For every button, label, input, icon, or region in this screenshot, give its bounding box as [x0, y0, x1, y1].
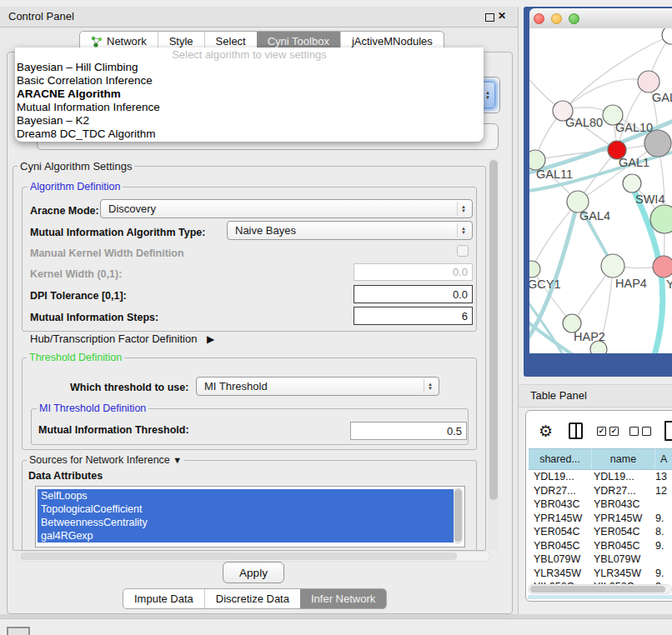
node-hap4[interactable]	[601, 254, 624, 278]
app-root: Control Panel ✕ Network Style Select Cyn…	[0, 0, 672, 635]
node-biggreen[interactable]	[650, 205, 672, 233]
aracne-mode-combobox[interactable]: Discovery ▲▼	[100, 199, 473, 218]
zoom-traffic-light-icon[interactable]	[569, 13, 579, 24]
network-nodes	[529, 28, 672, 353]
manual-kernel-width-label: Manual Kernel Width Definition	[30, 248, 184, 259]
dropdown-item[interactable]: Mutual Information Inference	[17, 101, 467, 114]
tab-impute-data[interactable]: Impute Data	[123, 589, 204, 608]
list-scrollbar-thumb[interactable]	[454, 489, 462, 542]
cyni-bottom-tabbar: Impute Data Discretize Data Infer Networ…	[123, 588, 387, 609]
select-all-icon[interactable]: ✓	[597, 427, 606, 436]
table-panel-title: Table Panel	[530, 389, 587, 402]
apply-button[interactable]: Apply	[223, 562, 284, 583]
column-header-shared[interactable]: shared...	[529, 448, 592, 470]
dropdown-item[interactable]: Bayesian – Hill Climbing	[17, 61, 467, 74]
dropdown-item[interactable]: Bayesian – K2	[17, 114, 467, 128]
network-canvas[interactable]: GAL GAL80 GAL10 GAL1 GAL11 GAL4 SWI4 GCY…	[529, 28, 672, 353]
node-label: GAL10	[615, 121, 653, 134]
hub-definition-expander[interactable]: Hub/Transcription Factor Definition ▶	[30, 332, 214, 345]
expander-right-arrow-icon: ▶	[207, 333, 214, 345]
node-label: GAL	[652, 91, 672, 104]
mi-threshold-group-title: MI Threshold Definition	[37, 402, 148, 414]
manual-kernel-width-checkbox	[457, 245, 469, 257]
deselect-all-icon[interactable]	[642, 427, 651, 436]
table-bottom-strip	[528, 595, 672, 599]
float-window-icon[interactable]	[485, 13, 494, 22]
minimize-traffic-light-icon[interactable]	[551, 13, 562, 24]
node-gcy1[interactable]	[529, 261, 540, 278]
mi-threshold-label: Mutual Information Threshold:	[38, 424, 189, 436]
node-label: GAL11	[536, 168, 573, 181]
list-item[interactable]: SelfLoops	[38, 489, 454, 502]
node-label: GAL1	[619, 156, 649, 169]
node-unlabeled[interactable]	[662, 28, 672, 44]
column-header-name[interactable]: name	[592, 448, 655, 470]
deselect-all-icon[interactable]	[629, 427, 639, 436]
network-graph: GAL GAL80 GAL10 GAL1 GAL11 GAL4 SWI4 GCY…	[529, 28, 672, 353]
cyni-algorithm-settings-title: Cyni Algorithm Settings	[18, 160, 134, 172]
data-attributes-label: Data Attributes	[28, 470, 103, 482]
settings-scrollbar-thumb[interactable]	[489, 160, 498, 500]
node-label: Y	[666, 278, 672, 291]
dropdown-prompt: Select algorithm to view settings	[15, 48, 484, 61]
dpi-tolerance-field[interactable]: 0.0	[354, 285, 473, 303]
kernel-width-field: 0.0	[354, 263, 473, 281]
node-label: HAP2	[574, 330, 605, 343]
column-header-partial[interactable]: A	[655, 448, 672, 470]
threshold-definition-title: Threshold Definition	[27, 352, 124, 363]
close-icon[interactable]: ✕	[498, 10, 506, 22]
which-threshold-combobox[interactable]: MI Threshold ▲▼	[196, 377, 439, 396]
table-row[interactable]: YPR145W YPR145W 9.	[529, 512, 672, 526]
table-hscrollbar-thumb[interactable]	[530, 586, 665, 592]
sources-group-title[interactable]: Sources for Network Inference ▼	[27, 454, 184, 466]
list-item[interactable]: BetweennessCentrality	[38, 516, 454, 529]
table-row[interactable]: YDR27... YDR27... 12	[529, 484, 672, 498]
page-icon[interactable]	[664, 421, 672, 441]
table-row[interactable]: YBL079W YBL079W	[529, 552, 672, 567]
control-panel-title: Control Panel	[8, 10, 74, 22]
table-row[interactable]: YER054C YER054C 8.	[529, 525, 672, 539]
kernel-width-label: Kernel Width (0,1):	[30, 268, 122, 280]
combo-arrows-icon: ▲▼	[424, 379, 436, 393]
list-item[interactable]: TopologicalCoefficient	[38, 502, 454, 516]
tab-infer-network[interactable]: Infer Network	[300, 589, 386, 608]
corner-widget-partial[interactable]	[7, 627, 30, 635]
mi-steps-field[interactable]: 6	[354, 307, 473, 325]
node-label: GAL80	[565, 116, 603, 129]
aracne-mode-label: Aracne Mode:	[30, 205, 99, 217]
algorithm-definition-title: Algorithm Definition	[28, 181, 123, 192]
mi-algorithm-type-combobox[interactable]: Naive Bayes ▲▼	[227, 221, 473, 240]
mi-algorithm-type-label: Mutual Information Algorithm Type:	[30, 227, 205, 238]
node-label: GAL4	[579, 209, 610, 222]
select-all-icon[interactable]: ✓	[609, 427, 619, 436]
tab-network-label: Network	[107, 35, 147, 48]
close-traffic-light-icon[interactable]	[534, 13, 544, 24]
table-row[interactable]: YBR043C YBR043C	[529, 498, 672, 512]
expander-down-arrow-icon: ▼	[173, 455, 182, 465]
columns-icon[interactable]	[569, 422, 583, 439]
combo-arrows-icon: ▲▼	[457, 202, 469, 216]
mi-steps-label: Mutual Information Steps:	[30, 312, 158, 323]
window-bottom-edge	[0, 614, 672, 619]
node-gal[interactable]	[638, 71, 659, 92]
control-panel-titlebar	[0, 7, 518, 28]
list-item[interactable]: gal4RGexp	[38, 529, 454, 542]
tab-discretize-data[interactable]: Discretize Data	[204, 589, 300, 608]
node-label: SWI4	[635, 192, 664, 206]
dpi-tolerance-label: DPI Tolerance [0,1]:	[30, 290, 127, 302]
data-attributes-list: SelfLoops TopologicalCoefficient Between…	[35, 486, 465, 548]
mi-threshold-field[interactable]: 0.5	[350, 422, 467, 440]
dropdown-item-selected[interactable]: ARACNE Algorithm	[17, 88, 467, 101]
network-icon	[91, 36, 103, 48]
node-y[interactable]	[653, 256, 672, 278]
node-label: GCY1	[529, 278, 561, 291]
table-row[interactable]: YDL19... YDL19... 13	[529, 470, 672, 484]
table-row[interactable]: YBR045C YBR045C 9.	[529, 539, 672, 553]
settings-hscrollbar-thumb[interactable]	[20, 552, 457, 560]
table-row[interactable]: YLR345W YLR345W 9.	[529, 567, 672, 581]
which-threshold-label: Which threshold to use:	[70, 382, 188, 393]
dropdown-item[interactable]: Dream8 DC_TDC Algorithm	[17, 128, 467, 141]
gear-icon[interactable]: ⚙	[539, 423, 553, 439]
dropdown-item[interactable]: Basic Correlation Inference	[17, 74, 467, 88]
node-swi4[interactable]	[623, 174, 641, 192]
